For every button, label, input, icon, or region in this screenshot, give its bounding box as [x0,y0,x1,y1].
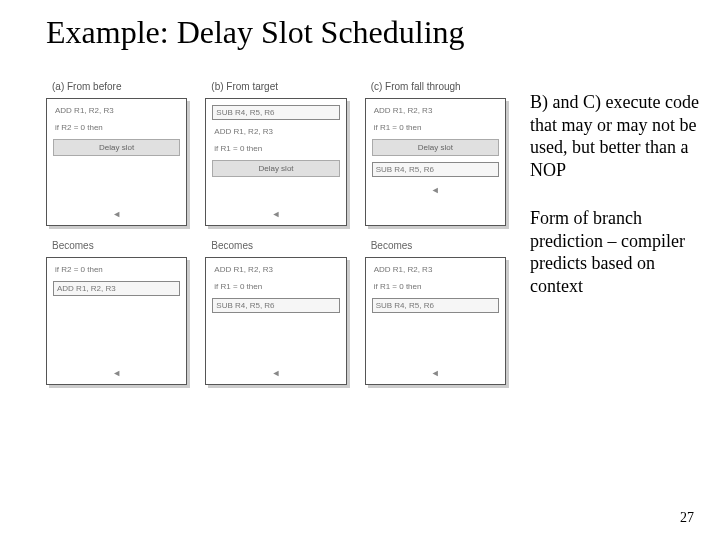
page-number: 27 [680,510,694,526]
moved-instruction: ADD R1, R2, R3 [53,281,180,296]
diagram-area: (a) From before ADD R1, R2, R3 if R2 = 0… [46,81,506,393]
col-c-label: (c) From fall through [365,81,506,92]
column-a: (a) From before ADD R1, R2, R3 if R2 = 0… [46,81,187,393]
becomes-label: Becomes [211,240,346,251]
instruction-text: if R1 = 0 then [372,122,499,133]
col-a-top-box: ADD R1, R2, R3 if R2 = 0 then Delay slot… [46,98,187,226]
arrow-icon: ◄ [53,207,180,219]
becomes-label: Becomes [371,240,506,251]
instruction-text: if R1 = 0 then [212,143,339,154]
side-notes: B) and C) execute code that may or may n… [506,81,700,393]
instruction-text: if R1 = 0 then [212,281,339,292]
instruction-text: ADD R1, R2, R3 [212,264,339,275]
col-a-label: (a) From before [46,81,187,92]
instruction-text: ADD R1, R2, R3 [212,126,339,137]
col-c-top-box: ADD R1, R2, R3 if R1 = 0 then Delay slot… [365,98,506,226]
instruction-text: if R2 = 0 then [53,264,180,275]
becomes-label: Becomes [52,240,187,251]
instruction-text: SUB R4, R5, R6 [212,105,339,120]
delay-slot: Delay slot [372,139,499,156]
note-paragraph-2: Form of branch prediction – compiler pre… [530,207,700,297]
moved-instruction: SUB R4, R5, R6 [372,298,499,313]
column-c: (c) From fall through ADD R1, R2, R3 if … [365,81,506,393]
instruction-text: if R2 = 0 then [53,122,180,133]
arrow-icon: ◄ [372,366,499,378]
arrow-icon: ◄ [212,207,339,219]
instruction-text: ADD R1, R2, R3 [372,105,499,116]
instruction-text: SUB R4, R5, R6 [372,162,499,177]
delay-slot: Delay slot [53,139,180,156]
instruction-text: ADD R1, R2, R3 [53,105,180,116]
col-a-bottom-box: if R2 = 0 then ADD R1, R2, R3 ◄ [46,257,187,385]
note-paragraph-1: B) and C) execute code that may or may n… [530,91,700,181]
arrow-icon: ◄ [372,183,499,195]
moved-instruction: SUB R4, R5, R6 [212,298,339,313]
col-b-bottom-box: ADD R1, R2, R3 if R1 = 0 then SUB R4, R5… [205,257,346,385]
instruction-text: if R1 = 0 then [372,281,499,292]
column-b: (b) From target SUB R4, R5, R6 ADD R1, R… [205,81,346,393]
col-c-bottom-box: ADD R1, R2, R3 if R1 = 0 then SUB R4, R5… [365,257,506,385]
arrow-icon: ◄ [212,366,339,378]
slide-content: (a) From before ADD R1, R2, R3 if R2 = 0… [0,51,720,393]
arrow-icon: ◄ [53,366,180,378]
col-b-top-box: SUB R4, R5, R6 ADD R1, R2, R3 if R1 = 0 … [205,98,346,226]
col-b-label: (b) From target [205,81,346,92]
instruction-text: ADD R1, R2, R3 [372,264,499,275]
delay-slot: Delay slot [212,160,339,177]
slide-title: Example: Delay Slot Scheduling [0,0,720,51]
